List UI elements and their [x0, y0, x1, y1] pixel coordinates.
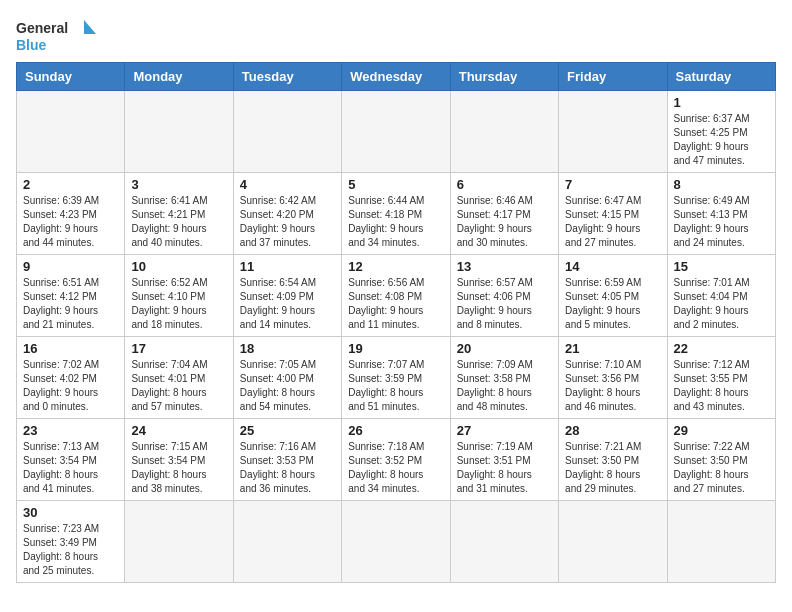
- day-number: 1: [674, 95, 769, 110]
- calendar-cell: 16Sunrise: 7:02 AM Sunset: 4:02 PM Dayli…: [17, 337, 125, 419]
- calendar-cell: [233, 501, 341, 583]
- weekday-header: Friday: [559, 63, 667, 91]
- day-number: 28: [565, 423, 660, 438]
- day-info: Sunrise: 7:10 AM Sunset: 3:56 PM Dayligh…: [565, 358, 660, 414]
- day-info: Sunrise: 7:21 AM Sunset: 3:50 PM Dayligh…: [565, 440, 660, 496]
- calendar-cell: [17, 91, 125, 173]
- day-number: 15: [674, 259, 769, 274]
- day-number: 16: [23, 341, 118, 356]
- day-number: 3: [131, 177, 226, 192]
- svg-text:Blue: Blue: [16, 37, 47, 53]
- day-number: 26: [348, 423, 443, 438]
- calendar-week-row: 1Sunrise: 6:37 AM Sunset: 4:25 PM Daylig…: [17, 91, 776, 173]
- day-info: Sunrise: 7:07 AM Sunset: 3:59 PM Dayligh…: [348, 358, 443, 414]
- day-number: 22: [674, 341, 769, 356]
- calendar-cell: 4Sunrise: 6:42 AM Sunset: 4:20 PM Daylig…: [233, 173, 341, 255]
- day-info: Sunrise: 6:42 AM Sunset: 4:20 PM Dayligh…: [240, 194, 335, 250]
- calendar-cell: 30Sunrise: 7:23 AM Sunset: 3:49 PM Dayli…: [17, 501, 125, 583]
- calendar-cell: [233, 91, 341, 173]
- day-number: 21: [565, 341, 660, 356]
- day-number: 13: [457, 259, 552, 274]
- calendar-cell: [667, 501, 775, 583]
- logo-icon: General Blue: [16, 16, 96, 54]
- day-number: 9: [23, 259, 118, 274]
- svg-text:General: General: [16, 20, 68, 36]
- day-info: Sunrise: 7:15 AM Sunset: 3:54 PM Dayligh…: [131, 440, 226, 496]
- calendar-cell: 11Sunrise: 6:54 AM Sunset: 4:09 PM Dayli…: [233, 255, 341, 337]
- day-info: Sunrise: 6:39 AM Sunset: 4:23 PM Dayligh…: [23, 194, 118, 250]
- day-info: Sunrise: 6:52 AM Sunset: 4:10 PM Dayligh…: [131, 276, 226, 332]
- day-info: Sunrise: 7:02 AM Sunset: 4:02 PM Dayligh…: [23, 358, 118, 414]
- calendar-cell: [450, 91, 558, 173]
- calendar-cell: 18Sunrise: 7:05 AM Sunset: 4:00 PM Dayli…: [233, 337, 341, 419]
- calendar-week-row: 23Sunrise: 7:13 AM Sunset: 3:54 PM Dayli…: [17, 419, 776, 501]
- calendar-cell: [450, 501, 558, 583]
- calendar-cell: 6Sunrise: 6:46 AM Sunset: 4:17 PM Daylig…: [450, 173, 558, 255]
- day-number: 14: [565, 259, 660, 274]
- day-info: Sunrise: 7:18 AM Sunset: 3:52 PM Dayligh…: [348, 440, 443, 496]
- day-number: 10: [131, 259, 226, 274]
- logo: General Blue: [16, 16, 96, 54]
- calendar-cell: 23Sunrise: 7:13 AM Sunset: 3:54 PM Dayli…: [17, 419, 125, 501]
- day-info: Sunrise: 7:05 AM Sunset: 4:00 PM Dayligh…: [240, 358, 335, 414]
- calendar-cell: 27Sunrise: 7:19 AM Sunset: 3:51 PM Dayli…: [450, 419, 558, 501]
- calendar-cell: [559, 91, 667, 173]
- weekday-header: Saturday: [667, 63, 775, 91]
- day-info: Sunrise: 6:41 AM Sunset: 4:21 PM Dayligh…: [131, 194, 226, 250]
- day-number: 2: [23, 177, 118, 192]
- day-info: Sunrise: 7:23 AM Sunset: 3:49 PM Dayligh…: [23, 522, 118, 578]
- day-number: 5: [348, 177, 443, 192]
- day-info: Sunrise: 7:22 AM Sunset: 3:50 PM Dayligh…: [674, 440, 769, 496]
- day-info: Sunrise: 6:37 AM Sunset: 4:25 PM Dayligh…: [674, 112, 769, 168]
- page-header: General Blue: [16, 16, 776, 54]
- calendar-cell: 5Sunrise: 6:44 AM Sunset: 4:18 PM Daylig…: [342, 173, 450, 255]
- day-info: Sunrise: 7:04 AM Sunset: 4:01 PM Dayligh…: [131, 358, 226, 414]
- day-info: Sunrise: 6:49 AM Sunset: 4:13 PM Dayligh…: [674, 194, 769, 250]
- weekday-header: Tuesday: [233, 63, 341, 91]
- day-info: Sunrise: 6:59 AM Sunset: 4:05 PM Dayligh…: [565, 276, 660, 332]
- day-number: 25: [240, 423, 335, 438]
- day-number: 29: [674, 423, 769, 438]
- day-number: 20: [457, 341, 552, 356]
- calendar-cell: 22Sunrise: 7:12 AM Sunset: 3:55 PM Dayli…: [667, 337, 775, 419]
- calendar-cell: 24Sunrise: 7:15 AM Sunset: 3:54 PM Dayli…: [125, 419, 233, 501]
- calendar-cell: [125, 91, 233, 173]
- weekday-header: Monday: [125, 63, 233, 91]
- calendar-cell: 25Sunrise: 7:16 AM Sunset: 3:53 PM Dayli…: [233, 419, 341, 501]
- calendar-cell: [342, 91, 450, 173]
- day-number: 27: [457, 423, 552, 438]
- calendar-cell: 1Sunrise: 6:37 AM Sunset: 4:25 PM Daylig…: [667, 91, 775, 173]
- calendar-week-row: 30Sunrise: 7:23 AM Sunset: 3:49 PM Dayli…: [17, 501, 776, 583]
- calendar-cell: 10Sunrise: 6:52 AM Sunset: 4:10 PM Dayli…: [125, 255, 233, 337]
- day-number: 17: [131, 341, 226, 356]
- calendar-cell: 28Sunrise: 7:21 AM Sunset: 3:50 PM Dayli…: [559, 419, 667, 501]
- calendar-week-row: 2Sunrise: 6:39 AM Sunset: 4:23 PM Daylig…: [17, 173, 776, 255]
- day-number: 7: [565, 177, 660, 192]
- day-info: Sunrise: 6:51 AM Sunset: 4:12 PM Dayligh…: [23, 276, 118, 332]
- weekday-header: Sunday: [17, 63, 125, 91]
- calendar-cell: 20Sunrise: 7:09 AM Sunset: 3:58 PM Dayli…: [450, 337, 558, 419]
- day-info: Sunrise: 7:12 AM Sunset: 3:55 PM Dayligh…: [674, 358, 769, 414]
- calendar-cell: 7Sunrise: 6:47 AM Sunset: 4:15 PM Daylig…: [559, 173, 667, 255]
- calendar-table: SundayMondayTuesdayWednesdayThursdayFrid…: [16, 62, 776, 583]
- day-info: Sunrise: 6:44 AM Sunset: 4:18 PM Dayligh…: [348, 194, 443, 250]
- day-number: 12: [348, 259, 443, 274]
- calendar-cell: 8Sunrise: 6:49 AM Sunset: 4:13 PM Daylig…: [667, 173, 775, 255]
- day-number: 19: [348, 341, 443, 356]
- weekday-header: Thursday: [450, 63, 558, 91]
- calendar-cell: 9Sunrise: 6:51 AM Sunset: 4:12 PM Daylig…: [17, 255, 125, 337]
- calendar-cell: [559, 501, 667, 583]
- day-info: Sunrise: 7:09 AM Sunset: 3:58 PM Dayligh…: [457, 358, 552, 414]
- calendar-cell: 15Sunrise: 7:01 AM Sunset: 4:04 PM Dayli…: [667, 255, 775, 337]
- day-info: Sunrise: 7:13 AM Sunset: 3:54 PM Dayligh…: [23, 440, 118, 496]
- day-info: Sunrise: 7:19 AM Sunset: 3:51 PM Dayligh…: [457, 440, 552, 496]
- calendar-cell: 13Sunrise: 6:57 AM Sunset: 4:06 PM Dayli…: [450, 255, 558, 337]
- svg-marker-2: [84, 20, 96, 34]
- calendar-header-row: SundayMondayTuesdayWednesdayThursdayFrid…: [17, 63, 776, 91]
- calendar-week-row: 16Sunrise: 7:02 AM Sunset: 4:02 PM Dayli…: [17, 337, 776, 419]
- day-number: 30: [23, 505, 118, 520]
- calendar-cell: 2Sunrise: 6:39 AM Sunset: 4:23 PM Daylig…: [17, 173, 125, 255]
- calendar-cell: 17Sunrise: 7:04 AM Sunset: 4:01 PM Dayli…: [125, 337, 233, 419]
- day-number: 6: [457, 177, 552, 192]
- day-info: Sunrise: 6:47 AM Sunset: 4:15 PM Dayligh…: [565, 194, 660, 250]
